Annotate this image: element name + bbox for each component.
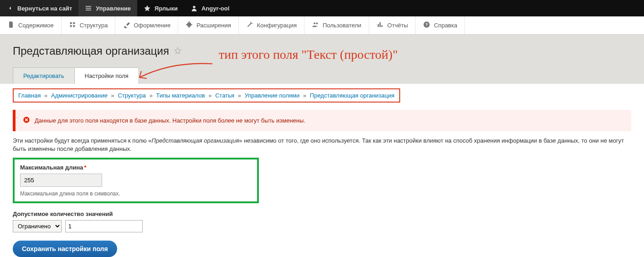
max-length-section: Максимальная длина* Максимальная длина п… xyxy=(13,158,259,203)
crumb-types[interactable]: Типы материалов xyxy=(156,92,205,99)
tab-field-settings[interactable]: Настройки поля xyxy=(74,67,139,84)
allowed-values-section: Допустимое количество значений Ограничен… xyxy=(13,211,631,232)
chart-icon xyxy=(376,21,384,30)
max-length-input[interactable] xyxy=(20,174,102,187)
star-icon xyxy=(144,5,151,12)
cardinality-number[interactable] xyxy=(65,220,143,232)
admin-reports[interactable]: Отчёты xyxy=(369,16,416,34)
structure-icon xyxy=(69,21,76,30)
admin-structure-label: Структура xyxy=(80,22,108,29)
max-length-help: Максимальная длина поля в символах. xyxy=(20,190,252,197)
breadcrumb: Главная » Администрирование » Структура … xyxy=(13,88,400,103)
admin-help-label: Справка xyxy=(434,22,457,29)
back-label: Вернуться на сайт xyxy=(17,5,72,12)
crumb-current[interactable]: Представляющая организация xyxy=(310,92,395,99)
hamburger-icon xyxy=(85,5,92,12)
svg-point-1 xyxy=(314,22,315,24)
shortcuts-label: Ярлыки xyxy=(155,5,178,12)
warning-text: Данные для этого поля находятся в базе д… xyxy=(35,117,305,124)
max-length-label: Максимальная длина* xyxy=(20,164,87,171)
warning-message: Данные для этого поля находятся в базе д… xyxy=(13,110,631,131)
allowed-values-label: Допустимое количество значений xyxy=(13,211,631,217)
shortcuts-menu[interactable]: Ярлыки xyxy=(137,0,184,16)
tabs: Редактировать Настройки поля xyxy=(13,67,631,84)
admin-config-label: Конфигурация xyxy=(257,22,297,29)
user-label: Angyr-ool xyxy=(201,5,229,12)
page-title: Представляющая организация xyxy=(13,45,169,57)
svg-point-0 xyxy=(193,6,195,8)
description-text: Эти настройки будут всегда применяться к… xyxy=(13,137,631,153)
crumb-sep: » xyxy=(42,92,49,99)
tab-edit[interactable]: Редактировать xyxy=(13,67,75,84)
admin-people-label: Пользователи xyxy=(323,22,361,29)
save-button[interactable]: Сохранить настройки поля xyxy=(13,241,117,257)
crumb-article[interactable]: Статья xyxy=(215,92,234,99)
puzzle-icon xyxy=(185,21,193,30)
admin-content[interactable]: Содержимое xyxy=(0,16,62,34)
admin-extend[interactable]: Расширения xyxy=(178,16,239,34)
cardinality-select[interactable]: Ограничено xyxy=(13,220,62,232)
admin-config[interactable]: Конфигурация xyxy=(239,16,304,34)
chevron-left-icon xyxy=(6,5,14,12)
page-header: Представляющая организация тип этого пол… xyxy=(0,35,644,84)
admin-content-label: Содержимое xyxy=(18,22,54,29)
top-toolbar: Вернуться на сайт Управление Ярлыки Angy… xyxy=(0,0,644,16)
admin-extend-label: Расширения xyxy=(196,22,231,29)
crumb-home[interactable]: Главная xyxy=(18,92,41,99)
svg-point-2 xyxy=(316,22,318,24)
manage-menu[interactable]: Управление xyxy=(78,0,137,16)
annotation-text: тип этого поля "Текст (простой)" xyxy=(219,47,398,62)
admin-menu: Содержимое Структура Оформление Расширен… xyxy=(0,16,644,35)
error-icon xyxy=(23,116,30,125)
admin-appearance[interactable]: Оформление xyxy=(115,16,178,34)
favorite-star-icon[interactable] xyxy=(174,46,182,56)
required-marker: * xyxy=(84,164,87,171)
back-to-site[interactable]: Вернуться на сайт xyxy=(0,0,78,16)
admin-people[interactable]: Пользователи xyxy=(304,16,369,34)
paintbrush-icon xyxy=(123,21,130,30)
crumb-structure[interactable]: Структура xyxy=(118,92,146,99)
admin-appearance-label: Оформление xyxy=(134,22,170,29)
document-icon xyxy=(7,21,15,30)
admin-help[interactable]: ? Справка xyxy=(416,16,465,34)
wrench-icon xyxy=(246,21,253,30)
question-icon: ? xyxy=(423,21,430,30)
svg-text:?: ? xyxy=(425,22,428,27)
user-icon xyxy=(191,5,198,12)
admin-structure[interactable]: Структура xyxy=(62,16,116,34)
admin-reports-label: Отчёты xyxy=(387,22,408,29)
people-icon xyxy=(312,21,319,30)
crumb-manage-fields[interactable]: Управление полями xyxy=(245,92,300,99)
manage-label: Управление xyxy=(96,5,131,12)
crumb-admin[interactable]: Администрирование xyxy=(51,92,108,99)
user-menu[interactable]: Angyr-ool xyxy=(184,0,236,16)
